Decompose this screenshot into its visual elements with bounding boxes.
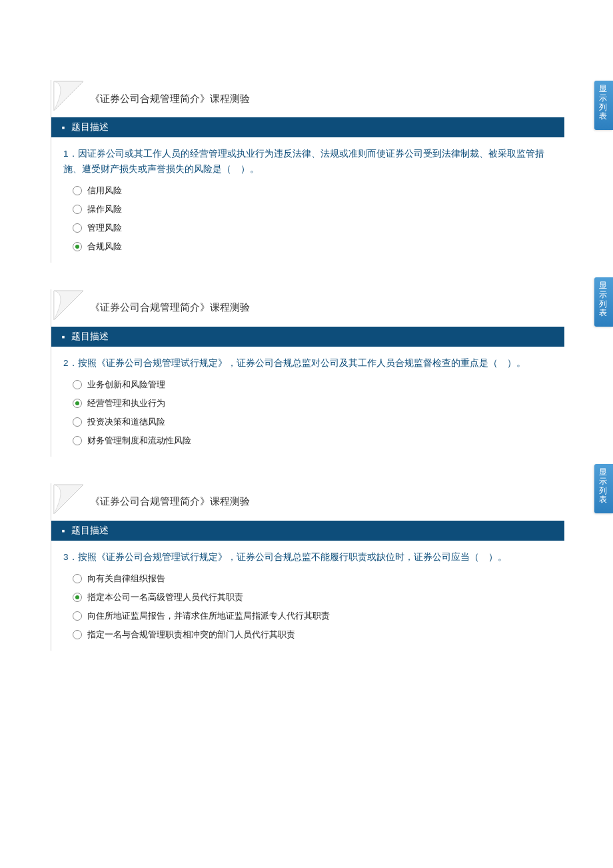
radio-icon — [73, 223, 82, 233]
option-row[interactable]: 操作风险 — [63, 200, 552, 219]
options-list: 信用风险 操作风险 管理风险 合规风险 — [63, 181, 552, 256]
quiz-header: 《证券公司合规管理简介》课程测验 — [51, 80, 564, 117]
question-body: 2．按照《证券公司合规管理试行规定》，证券公司合规总监对公司及其工作人员合规监督… — [51, 347, 564, 457]
radio-icon — [73, 417, 82, 427]
page: 显示列表 显示列表 显示列表 《证券公司合规管理简介》课程测验 ▪ 题目描述 1… — [0, 0, 613, 868]
radio-icon — [73, 205, 82, 214]
question-desc-bar: ▪ 题目描述 — [51, 327, 564, 347]
question-text: 3．按照《证券公司合规管理试行规定》，证券公司合规总监不能履行职责或缺位时，证券… — [63, 550, 552, 565]
quiz-header: 《证券公司合规管理简介》课程测验 — [51, 289, 564, 327]
options-list: 业务创新和风险管理 经营管理和执业行为 投资决策和道德风险 财务管理制度和流动性… — [63, 375, 552, 450]
radio-icon — [73, 380, 82, 389]
radio-icon — [73, 186, 82, 195]
side-tab-label: 显示列表 — [596, 468, 612, 505]
quiz-title: 《证券公司合规管理简介》课程测验 — [90, 495, 250, 508]
option-label: 合规风险 — [87, 241, 122, 253]
option-label: 操作风险 — [87, 203, 122, 215]
question-desc-bar: ▪ 题目描述 — [51, 117, 564, 137]
quiz-block: 《证券公司合规管理简介》课程测验 ▪ 题目描述 2．按照《证券公司合规管理试行规… — [51, 289, 564, 457]
desc-header-label: 题目描述 — [71, 331, 109, 343]
option-label: 指定一名与合规管理职责相冲突的部门人员代行其职责 — [87, 629, 295, 641]
option-row[interactable]: 向有关自律组织报告 — [63, 569, 552, 588]
option-label: 业务创新和风险管理 — [87, 379, 165, 391]
question-number: 1． — [63, 149, 78, 159]
radio-icon — [73, 630, 82, 639]
page-curl-icon — [53, 289, 85, 321]
option-label: 经营管理和执业行为 — [87, 397, 165, 409]
quiz-block: 《证券公司合规管理简介》课程测验 ▪ 题目描述 1．因证券公司或其工作人员的经营… — [51, 80, 564, 263]
show-list-tab-2[interactable]: 显示列表 — [594, 277, 613, 327]
option-label: 向住所地证监局报告，并请求住所地证监局指派专人代行其职责 — [87, 610, 330, 622]
radio-icon — [73, 242, 82, 251]
option-row[interactable]: 经营管理和执业行为 — [63, 394, 552, 413]
question-body: 3．按照《证券公司合规管理试行规定》，证券公司合规总监不能履行职责或缺位时，证券… — [51, 541, 564, 651]
side-tab-label: 显示列表 — [596, 281, 612, 318]
radio-icon — [73, 574, 82, 583]
show-list-tab-1[interactable]: 显示列表 — [594, 81, 613, 130]
desc-header-label: 题目描述 — [71, 121, 109, 133]
options-list: 向有关自律组织报告 指定本公司一名高级管理人员代行其职责 向住所地证监局报告，并… — [63, 569, 552, 644]
page-curl-icon — [53, 80, 85, 112]
question-number: 3． — [63, 552, 78, 562]
option-row[interactable]: 向住所地证监局报告，并请求住所地证监局指派专人代行其职责 — [63, 607, 552, 625]
option-label: 指定本公司一名高级管理人员代行其职责 — [87, 591, 243, 603]
option-row[interactable]: 业务创新和风险管理 — [63, 375, 552, 394]
page-curl-icon — [53, 483, 85, 515]
question-text: 2．按照《证券公司合规管理试行规定》，证券公司合规总监对公司及其工作人员合规监督… — [63, 356, 552, 371]
question-number: 2． — [63, 358, 78, 368]
question-stem: 按照《证券公司合规管理试行规定》，证券公司合规总监不能履行职责或缺位时，证券公司… — [78, 552, 507, 562]
radio-icon — [73, 436, 82, 445]
quiz-title: 《证券公司合规管理简介》课程测验 — [90, 301, 250, 314]
option-row[interactable]: 指定一名与合规管理职责相冲突的部门人员代行其职责 — [63, 625, 552, 644]
option-row[interactable]: 信用风险 — [63, 181, 552, 200]
question-text: 1．因证券公司或其工作人员的经营管理或执业行为违反法律、法规或准则而使证券公司受… — [63, 147, 552, 177]
option-row[interactable]: 指定本公司一名高级管理人员代行其职责 — [63, 588, 552, 607]
quiz-block: 《证券公司合规管理简介》课程测验 ▪ 题目描述 3．按照《证券公司合规管理试行规… — [51, 483, 564, 651]
show-list-tab-3[interactable]: 显示列表 — [594, 464, 613, 513]
option-row[interactable]: 合规风险 — [63, 237, 552, 256]
question-stem: 按照《证券公司合规管理试行规定》，证券公司合规总监对公司及其工作人员合规监督检查… — [78, 358, 526, 368]
question-desc-bar: ▪ 题目描述 — [51, 521, 564, 541]
option-label: 投资决策和道德风险 — [87, 416, 165, 428]
question-stem: 因证券公司或其工作人员的经营管理或执业行为违反法律、法规或准则而使证券公司受到法… — [63, 149, 544, 174]
question-body: 1．因证券公司或其工作人员的经营管理或执业行为违反法律、法规或准则而使证券公司受… — [51, 137, 564, 263]
bullet-icon: ▪ — [59, 122, 67, 133]
bullet-icon: ▪ — [59, 525, 67, 536]
option-row[interactable]: 财务管理制度和流动性风险 — [63, 431, 552, 450]
option-row[interactable]: 管理风险 — [63, 219, 552, 237]
option-row[interactable]: 投资决策和道德风险 — [63, 413, 552, 431]
option-label: 财务管理制度和流动性风险 — [87, 435, 191, 447]
option-label: 管理风险 — [87, 222, 122, 234]
desc-header-label: 题目描述 — [71, 525, 109, 537]
side-tab-label: 显示列表 — [596, 85, 612, 121]
radio-icon — [73, 611, 82, 621]
quiz-header: 《证券公司合规管理简介》课程测验 — [51, 483, 564, 521]
option-label: 向有关自律组织报告 — [87, 573, 165, 585]
bullet-icon: ▪ — [59, 331, 67, 342]
radio-icon — [73, 399, 82, 408]
quiz-title: 《证券公司合规管理简介》课程测验 — [90, 93, 250, 105]
option-label: 信用风险 — [87, 185, 122, 197]
radio-icon — [73, 593, 82, 602]
